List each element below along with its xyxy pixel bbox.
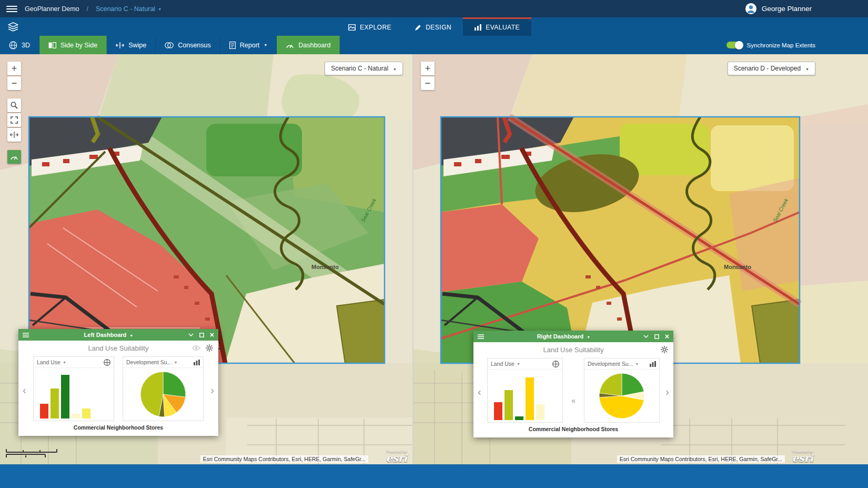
geoplanner-app: GeoPlanner Demo / Scenario C - Natural ▼… bbox=[0, 0, 868, 488]
dashboard-section-header: Land Use Suitability bbox=[18, 341, 218, 355]
chevron-down-icon[interactable]: ▼ bbox=[635, 362, 639, 366]
tab-evaluate[interactable]: EVALUATE bbox=[463, 17, 531, 36]
dashboard-gauge-icon bbox=[286, 42, 294, 48]
dashboard-menu-icon[interactable] bbox=[23, 333, 29, 337]
gear-icon[interactable] bbox=[206, 344, 213, 352]
right-scenario-selector[interactable]: Scenario D - Developed ▼ bbox=[728, 62, 815, 75]
powered-by-label: Powered by bbox=[386, 450, 407, 454]
tab-evaluate-label: EVALUATE bbox=[486, 24, 520, 31]
left-dashboard-title: Left Dashboard bbox=[84, 332, 127, 338]
right-map-tools: + − bbox=[421, 62, 435, 90]
collapse-icon[interactable] bbox=[643, 335, 649, 338]
land-use-widget: Land Use ▼ bbox=[487, 358, 563, 423]
development-suitability-pie-chart[interactable] bbox=[123, 368, 203, 421]
globe-widget-icon[interactable] bbox=[104, 359, 110, 366]
left-dashboard-window: Left Dashboard ▼ × Land Use Suitability bbox=[18, 329, 218, 436]
chevron-down-icon: ▼ bbox=[587, 335, 590, 339]
carousel-next-icon[interactable]: › bbox=[665, 385, 669, 397]
maximize-icon[interactable] bbox=[199, 333, 204, 337]
chevron-down-icon[interactable]: ▼ bbox=[63, 361, 66, 364]
chevron-down-icon: ▼ bbox=[158, 7, 162, 11]
zoom-in-button[interactable]: + bbox=[421, 62, 435, 75]
bar-class-3-dark-green bbox=[61, 375, 69, 419]
toggle-knob bbox=[735, 41, 743, 49]
consensus-button[interactable]: Consensus bbox=[156, 36, 220, 54]
consensus-icon bbox=[165, 42, 174, 48]
bar-class-1-red bbox=[40, 404, 48, 419]
gear-icon[interactable] bbox=[661, 346, 668, 353]
zoom-in-button[interactable]: + bbox=[7, 62, 21, 75]
tab-explore[interactable]: EXPLORE bbox=[337, 17, 403, 36]
consensus-label: Consensus bbox=[178, 42, 211, 49]
right-dashboard-header[interactable]: Right Dashboard ▼ × bbox=[473, 331, 673, 342]
breadcrumb-separator: / bbox=[87, 5, 88, 13]
carousel-page-prev-icon[interactable]: « bbox=[571, 396, 576, 405]
left-dashboard-title-dropdown[interactable]: Left Dashboard ▼ bbox=[29, 332, 188, 338]
breadcrumb-scenario-dropdown[interactable]: Scenario C - Natural ▼ bbox=[96, 5, 162, 13]
mode-tabs: EXPLORE DESIGN EVALUATE bbox=[337, 17, 531, 36]
land-use-bar-chart[interactable] bbox=[488, 370, 562, 422]
widget-title: Land Use bbox=[491, 361, 514, 367]
esri-logo: Powered by esri bbox=[792, 450, 813, 464]
swipe-label: Swipe bbox=[128, 42, 146, 49]
eye-icon[interactable] bbox=[192, 345, 200, 351]
carousel-prev-icon[interactable]: ‹ bbox=[478, 385, 481, 397]
tab-design-label: DESIGN bbox=[426, 24, 451, 31]
widget-title: Land Use bbox=[37, 359, 60, 365]
right-dashboard-title-dropdown[interactable]: Right Dashboard ▼ bbox=[484, 333, 643, 340]
dashboard-footer-label: Commercial Neighborhood Stores bbox=[473, 426, 673, 437]
left-dashboard-header[interactable]: Left Dashboard ▼ × bbox=[18, 329, 218, 341]
bar-class-3-dark-green bbox=[515, 416, 523, 420]
bar-chart-widget-icon[interactable] bbox=[194, 360, 200, 365]
zoom-out-button[interactable]: − bbox=[7, 76, 21, 90]
bar-class-2-yellow-green bbox=[51, 389, 59, 419]
olive-field bbox=[752, 300, 800, 363]
tab-design[interactable]: DESIGN bbox=[403, 17, 463, 36]
side-by-side-button[interactable]: Side by Side bbox=[39, 36, 107, 54]
report-button[interactable]: Report ▼ bbox=[220, 36, 277, 54]
user-name[interactable]: George Planner bbox=[762, 5, 812, 13]
collapse-icon[interactable] bbox=[188, 333, 194, 336]
land-use-bar-chart[interactable] bbox=[34, 368, 114, 421]
bar-class-1-red bbox=[494, 402, 502, 420]
widget-title: Development Su... bbox=[126, 359, 171, 365]
swipe-tool-button[interactable] bbox=[7, 128, 21, 142]
3d-button[interactable]: 3D bbox=[0, 36, 39, 54]
section-title: Land Use Suitability bbox=[473, 346, 673, 354]
left-map-panel: Monsanto Seal Creek + − bbox=[0, 54, 412, 464]
development-suitability-widget: Development Su... ▼ bbox=[123, 356, 204, 421]
dashboard-tool-button[interactable] bbox=[7, 150, 21, 164]
bar-class-5-yellow bbox=[82, 409, 90, 419]
globe-widget-icon[interactable] bbox=[552, 361, 559, 367]
left-scenario-selector[interactable]: Scenario C - Natural ▼ bbox=[325, 62, 403, 75]
close-icon[interactable]: × bbox=[665, 333, 669, 340]
development-suitability-pie-chart[interactable] bbox=[584, 370, 659, 422]
dashboard-tool-icon bbox=[10, 154, 18, 160]
zoom-out-button[interactable]: − bbox=[421, 76, 435, 90]
close-icon[interactable]: × bbox=[210, 331, 214, 338]
user-area: George Planner bbox=[745, 3, 812, 15]
chevron-down-icon: ▼ bbox=[805, 67, 809, 71]
expand-button[interactable] bbox=[7, 113, 21, 127]
bottom-bar[interactable] bbox=[0, 464, 868, 488]
synchronize-toggle[interactable] bbox=[726, 42, 742, 48]
swipe-button[interactable]: Swipe bbox=[107, 36, 156, 54]
chevron-down-icon[interactable]: ▼ bbox=[517, 362, 520, 366]
carousel-next-icon[interactable]: › bbox=[210, 384, 214, 396]
user-avatar[interactable] bbox=[745, 3, 757, 15]
main-nav-bar: EXPLORE DESIGN EVALUATE bbox=[0, 17, 868, 36]
hamburger-menu-icon[interactable] bbox=[6, 6, 17, 12]
maximize-icon[interactable] bbox=[654, 334, 659, 339]
dashboard-menu-icon[interactable] bbox=[478, 334, 484, 339]
search-button[interactable] bbox=[7, 98, 21, 112]
pie-slice-gold bbox=[599, 396, 644, 419]
development-suitability-widget: Development Su... ▼ bbox=[584, 358, 660, 423]
carousel-prev-icon[interactable]: ‹ bbox=[23, 384, 26, 396]
olive-field bbox=[337, 300, 385, 363]
map-comparison-area: Monsanto Seal Creek + − bbox=[0, 54, 868, 464]
bar-chart-widget-icon[interactable] bbox=[650, 361, 656, 367]
layers-button[interactable] bbox=[4, 17, 22, 36]
town-label: Monsanto bbox=[311, 264, 339, 270]
dashboard-button[interactable]: Dashboard bbox=[277, 36, 340, 54]
chevron-down-icon[interactable]: ▼ bbox=[174, 361, 177, 364]
